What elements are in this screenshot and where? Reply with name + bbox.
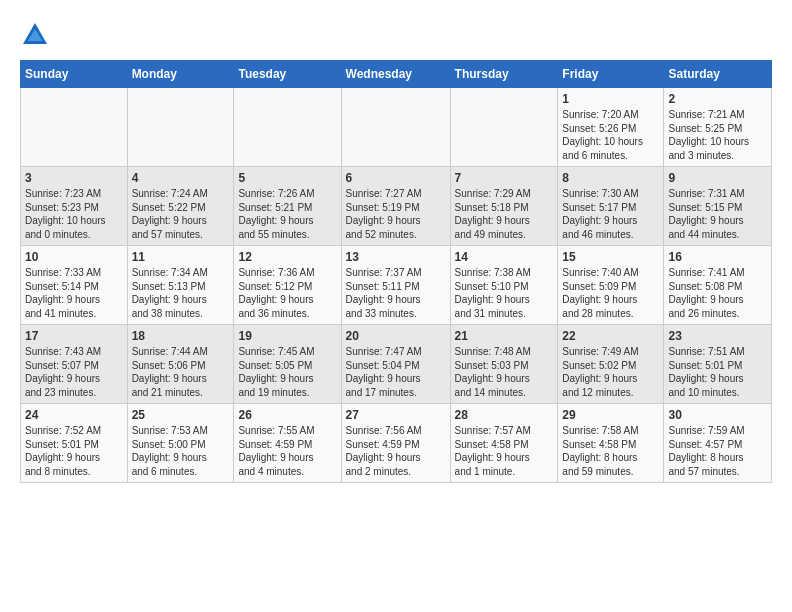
day-info: Sunrise: 7:49 AM Sunset: 5:02 PM Dayligh… [562,345,659,399]
day-number: 24 [25,408,123,422]
calendar-cell: 19Sunrise: 7:45 AM Sunset: 5:05 PM Dayli… [234,325,341,404]
calendar-cell: 30Sunrise: 7:59 AM Sunset: 4:57 PM Dayli… [664,404,772,483]
day-info: Sunrise: 7:27 AM Sunset: 5:19 PM Dayligh… [346,187,446,241]
calendar-cell: 23Sunrise: 7:51 AM Sunset: 5:01 PM Dayli… [664,325,772,404]
day-info: Sunrise: 7:48 AM Sunset: 5:03 PM Dayligh… [455,345,554,399]
calendar-cell [450,88,558,167]
day-info: Sunrise: 7:55 AM Sunset: 4:59 PM Dayligh… [238,424,336,478]
calendar-cell: 14Sunrise: 7:38 AM Sunset: 5:10 PM Dayli… [450,246,558,325]
calendar-cell [127,88,234,167]
logo [20,20,56,50]
day-number: 9 [668,171,767,185]
day-number: 18 [132,329,230,343]
calendar-cell: 17Sunrise: 7:43 AM Sunset: 5:07 PM Dayli… [21,325,128,404]
weekday-header-saturday: Saturday [664,61,772,88]
weekday-header-monday: Monday [127,61,234,88]
calendar-cell: 6Sunrise: 7:27 AM Sunset: 5:19 PM Daylig… [341,167,450,246]
day-number: 8 [562,171,659,185]
calendar-cell: 4Sunrise: 7:24 AM Sunset: 5:22 PM Daylig… [127,167,234,246]
calendar-cell: 9Sunrise: 7:31 AM Sunset: 5:15 PM Daylig… [664,167,772,246]
day-number: 4 [132,171,230,185]
calendar-cell: 7Sunrise: 7:29 AM Sunset: 5:18 PM Daylig… [450,167,558,246]
day-number: 13 [346,250,446,264]
day-info: Sunrise: 7:37 AM Sunset: 5:11 PM Dayligh… [346,266,446,320]
calendar-cell [21,88,128,167]
day-info: Sunrise: 7:52 AM Sunset: 5:01 PM Dayligh… [25,424,123,478]
calendar-week-row: 24Sunrise: 7:52 AM Sunset: 5:01 PM Dayli… [21,404,772,483]
day-number: 17 [25,329,123,343]
weekday-header-sunday: Sunday [21,61,128,88]
day-info: Sunrise: 7:43 AM Sunset: 5:07 PM Dayligh… [25,345,123,399]
calendar-table: SundayMondayTuesdayWednesdayThursdayFrid… [20,60,772,483]
day-number: 12 [238,250,336,264]
weekday-header-friday: Friday [558,61,664,88]
calendar-cell [341,88,450,167]
calendar-cell: 21Sunrise: 7:48 AM Sunset: 5:03 PM Dayli… [450,325,558,404]
day-info: Sunrise: 7:26 AM Sunset: 5:21 PM Dayligh… [238,187,336,241]
day-info: Sunrise: 7:51 AM Sunset: 5:01 PM Dayligh… [668,345,767,399]
day-info: Sunrise: 7:31 AM Sunset: 5:15 PM Dayligh… [668,187,767,241]
calendar-cell: 3Sunrise: 7:23 AM Sunset: 5:23 PM Daylig… [21,167,128,246]
weekday-header-thursday: Thursday [450,61,558,88]
calendar-cell: 22Sunrise: 7:49 AM Sunset: 5:02 PM Dayli… [558,325,664,404]
weekday-header-tuesday: Tuesday [234,61,341,88]
day-info: Sunrise: 7:24 AM Sunset: 5:22 PM Dayligh… [132,187,230,241]
day-info: Sunrise: 7:20 AM Sunset: 5:26 PM Dayligh… [562,108,659,162]
day-number: 19 [238,329,336,343]
calendar-cell: 18Sunrise: 7:44 AM Sunset: 5:06 PM Dayli… [127,325,234,404]
day-info: Sunrise: 7:59 AM Sunset: 4:57 PM Dayligh… [668,424,767,478]
day-number: 7 [455,171,554,185]
logo-icon [20,20,50,50]
day-info: Sunrise: 7:33 AM Sunset: 5:14 PM Dayligh… [25,266,123,320]
day-info: Sunrise: 7:56 AM Sunset: 4:59 PM Dayligh… [346,424,446,478]
day-number: 23 [668,329,767,343]
day-info: Sunrise: 7:29 AM Sunset: 5:18 PM Dayligh… [455,187,554,241]
day-number: 5 [238,171,336,185]
weekday-header-wednesday: Wednesday [341,61,450,88]
day-info: Sunrise: 7:30 AM Sunset: 5:17 PM Dayligh… [562,187,659,241]
day-number: 20 [346,329,446,343]
day-info: Sunrise: 7:21 AM Sunset: 5:25 PM Dayligh… [668,108,767,162]
calendar-cell: 24Sunrise: 7:52 AM Sunset: 5:01 PM Dayli… [21,404,128,483]
day-number: 30 [668,408,767,422]
header [20,20,772,50]
calendar-cell: 26Sunrise: 7:55 AM Sunset: 4:59 PM Dayli… [234,404,341,483]
day-number: 25 [132,408,230,422]
day-number: 15 [562,250,659,264]
calendar-week-row: 3Sunrise: 7:23 AM Sunset: 5:23 PM Daylig… [21,167,772,246]
day-number: 28 [455,408,554,422]
calendar-week-row: 10Sunrise: 7:33 AM Sunset: 5:14 PM Dayli… [21,246,772,325]
calendar-cell: 25Sunrise: 7:53 AM Sunset: 5:00 PM Dayli… [127,404,234,483]
day-number: 22 [562,329,659,343]
calendar-cell: 27Sunrise: 7:56 AM Sunset: 4:59 PM Dayli… [341,404,450,483]
day-number: 6 [346,171,446,185]
calendar-cell: 13Sunrise: 7:37 AM Sunset: 5:11 PM Dayli… [341,246,450,325]
calendar-cell: 5Sunrise: 7:26 AM Sunset: 5:21 PM Daylig… [234,167,341,246]
calendar-cell: 1Sunrise: 7:20 AM Sunset: 5:26 PM Daylig… [558,88,664,167]
calendar-cell: 15Sunrise: 7:40 AM Sunset: 5:09 PM Dayli… [558,246,664,325]
day-number: 2 [668,92,767,106]
calendar-week-row: 1Sunrise: 7:20 AM Sunset: 5:26 PM Daylig… [21,88,772,167]
calendar-cell: 2Sunrise: 7:21 AM Sunset: 5:25 PM Daylig… [664,88,772,167]
weekday-header-row: SundayMondayTuesdayWednesdayThursdayFrid… [21,61,772,88]
day-number: 26 [238,408,336,422]
calendar-cell: 8Sunrise: 7:30 AM Sunset: 5:17 PM Daylig… [558,167,664,246]
calendar-cell: 12Sunrise: 7:36 AM Sunset: 5:12 PM Dayli… [234,246,341,325]
day-number: 14 [455,250,554,264]
calendar-cell: 10Sunrise: 7:33 AM Sunset: 5:14 PM Dayli… [21,246,128,325]
day-info: Sunrise: 7:38 AM Sunset: 5:10 PM Dayligh… [455,266,554,320]
day-number: 11 [132,250,230,264]
calendar-cell: 11Sunrise: 7:34 AM Sunset: 5:13 PM Dayli… [127,246,234,325]
calendar-cell: 28Sunrise: 7:57 AM Sunset: 4:58 PM Dayli… [450,404,558,483]
day-info: Sunrise: 7:44 AM Sunset: 5:06 PM Dayligh… [132,345,230,399]
day-info: Sunrise: 7:58 AM Sunset: 4:58 PM Dayligh… [562,424,659,478]
day-info: Sunrise: 7:23 AM Sunset: 5:23 PM Dayligh… [25,187,123,241]
calendar-cell: 20Sunrise: 7:47 AM Sunset: 5:04 PM Dayli… [341,325,450,404]
day-number: 29 [562,408,659,422]
day-number: 1 [562,92,659,106]
calendar-week-row: 17Sunrise: 7:43 AM Sunset: 5:07 PM Dayli… [21,325,772,404]
calendar-cell: 16Sunrise: 7:41 AM Sunset: 5:08 PM Dayli… [664,246,772,325]
day-number: 3 [25,171,123,185]
day-info: Sunrise: 7:57 AM Sunset: 4:58 PM Dayligh… [455,424,554,478]
day-info: Sunrise: 7:36 AM Sunset: 5:12 PM Dayligh… [238,266,336,320]
